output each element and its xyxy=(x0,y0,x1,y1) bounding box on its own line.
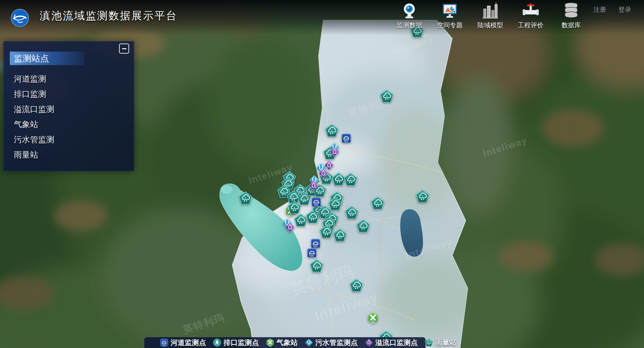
nav-item-land-model[interactable]: 陆域模型 xyxy=(474,2,506,30)
legend-item-outlet: 排口监测点 xyxy=(213,338,259,347)
panel-title[interactable]: 监测站点 xyxy=(10,52,85,65)
rain-station-icon xyxy=(425,338,433,347)
legend-label: 污水管监测点 xyxy=(315,338,358,347)
map-marker-overflow[interactable] xyxy=(284,222,296,233)
legend-item-overflow: 溢流口监测点 xyxy=(364,338,418,347)
map-marker-rain[interactable] xyxy=(332,228,347,242)
sidebar-item-outlet-monitor[interactable]: 排口监测 xyxy=(14,86,54,102)
nav-label: 陆域模型 xyxy=(477,21,503,30)
nav-label: 监测数据 xyxy=(397,21,422,30)
page-title: 滇池流域监测数据展示平台 xyxy=(40,9,177,23)
nav-label: 工程评价 xyxy=(518,21,544,30)
outlet-station-icon xyxy=(213,338,222,347)
map-marker-overflow[interactable] xyxy=(308,180,319,191)
map-marker-rain[interactable] xyxy=(344,206,359,220)
top-header: 滇池流域监测数据展示平台 监测数据空间专题陆域模型工程评价数据库 注册 登录 xyxy=(0,0,644,35)
main-nav: 监测数据空间专题陆域模型工程评价数据库 xyxy=(393,2,587,30)
nav-item-database[interactable]: 数据库 xyxy=(555,2,587,30)
legend-item-weather: 气象站 xyxy=(266,338,298,347)
legend-item-river: 河道监测点 xyxy=(160,338,206,347)
panel-menu: 河道监测排口监测溢流口监测气象站污水管监测雨量站 xyxy=(14,71,54,162)
map-marker-rain[interactable] xyxy=(287,201,302,215)
login-link[interactable]: 登录 xyxy=(618,5,631,14)
sewage-station-icon xyxy=(304,338,313,347)
map-marker-rain[interactable] xyxy=(343,173,358,187)
pipe-valve-icon xyxy=(522,2,539,20)
nav-item-monitor-data[interactable]: 监测数据 xyxy=(393,2,426,30)
legend-item-rain: 雨量站 xyxy=(425,338,457,347)
weather-station-icon xyxy=(266,338,274,347)
sidebar-item-river-monitor[interactable]: 河道监测 xyxy=(14,71,54,86)
map-marker-rain[interactable] xyxy=(238,191,253,205)
legend-label: 溢流口监测点 xyxy=(375,338,418,347)
map-marker-rain[interactable] xyxy=(319,225,334,239)
legend-label: 雨量站 xyxy=(435,338,457,347)
register-link[interactable]: 注册 xyxy=(593,5,606,14)
monitor-stations-panel: 监测站点 河道监测排口监测溢流口监测气象站污水管监测雨量站 xyxy=(3,41,134,171)
monitor-chart-icon xyxy=(441,2,459,20)
map-marker-rain[interactable] xyxy=(379,89,394,104)
map-marker-overflow[interactable] xyxy=(318,168,329,179)
map-marker-rain[interactable] xyxy=(324,124,339,138)
panel-minimize-button[interactable] xyxy=(119,44,129,54)
legend-label: 排口监测点 xyxy=(224,338,259,347)
nav-label: 空间专题 xyxy=(437,21,463,30)
map-marker-overflow[interactable] xyxy=(329,146,340,157)
nav-item-project-eval[interactable]: 工程评价 xyxy=(515,2,547,30)
legend-item-sewage: 污水管监测点 xyxy=(304,338,358,347)
app-root: 英特利玛InteliwayInteliwayInteliway英特利玛Intel… xyxy=(0,0,644,348)
webcam-icon xyxy=(401,2,418,20)
sidebar-item-weather-station[interactable]: 气象站 xyxy=(14,117,54,132)
database-icon xyxy=(562,2,580,20)
overflow-station-icon xyxy=(364,338,373,347)
nav-item-spatial-topic[interactable]: 空间专题 xyxy=(434,2,466,30)
legend-label: 河道监测点 xyxy=(171,338,206,347)
map-marker-river[interactable] xyxy=(311,196,322,208)
map-legend: 河道监测点排口监测点气象站污水管监测点溢流口监测点雨量站 xyxy=(144,337,426,348)
map-marker-rain[interactable] xyxy=(370,196,385,210)
sidebar-item-overflow-monitor[interactable]: 溢流口监测 xyxy=(14,102,54,117)
map-marker-weather[interactable] xyxy=(367,311,379,325)
sidebar-item-rain-station[interactable]: 雨量站 xyxy=(14,147,54,162)
platform-logo-icon xyxy=(10,8,30,28)
sidebar-item-sewage-monitor[interactable]: 污水管监测 xyxy=(14,132,54,147)
map-marker-rain[interactable] xyxy=(356,219,371,233)
nav-label: 数据库 xyxy=(562,21,581,30)
map-marker-rain[interactable] xyxy=(415,190,430,204)
legend-label: 气象站 xyxy=(276,338,298,347)
map-marker-rain[interactable] xyxy=(309,259,324,273)
map-marker-river[interactable] xyxy=(307,247,317,259)
minimize-icon xyxy=(122,48,126,49)
map-marker-rain[interactable] xyxy=(349,279,364,293)
map-marker-river[interactable] xyxy=(341,132,352,144)
city-buildings-icon xyxy=(481,2,499,20)
river-station-icon xyxy=(160,338,169,347)
